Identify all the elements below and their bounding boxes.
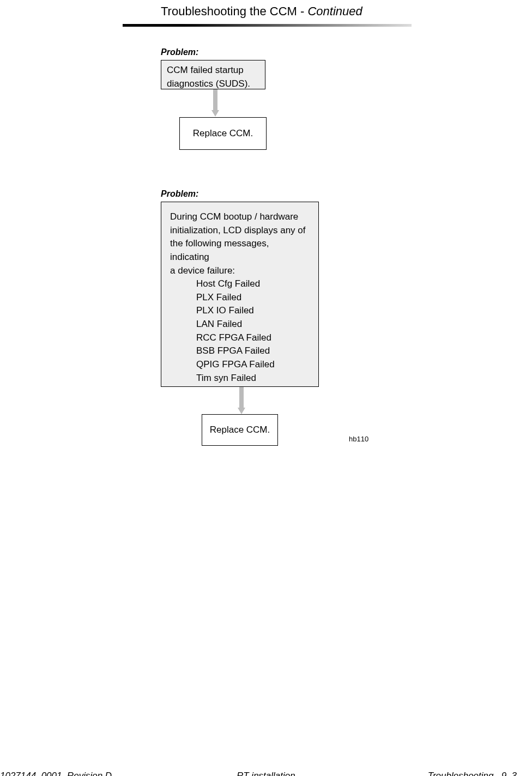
title-rule bbox=[123, 24, 412, 27]
problem2-message: PLX IO Failed bbox=[196, 304, 310, 318]
footer-right: Troubleshooting 9–3 bbox=[428, 771, 517, 776]
problem2-message: PLX Failed bbox=[196, 291, 310, 305]
problem2-intro-line1: During CCM bootup / hardware bbox=[170, 210, 310, 224]
action1-text: Replace CCM. bbox=[193, 128, 253, 139]
problem1-text-line2: diagnostics (SUDS). bbox=[167, 77, 259, 91]
problem2-message: BSB FPGA Failed bbox=[196, 344, 310, 358]
title-suffix: Continued bbox=[307, 4, 362, 18]
problem1-text-line1: CCM failed startup bbox=[167, 64, 259, 77]
problem2-intro-line2: initialization, LCD displays any of bbox=[170, 224, 310, 238]
arrow-down-icon bbox=[238, 387, 245, 415]
problem2-message-list: Host Cfg Failed PLX Failed PLX IO Failed… bbox=[170, 277, 310, 385]
svg-rect-2 bbox=[239, 387, 244, 408]
title-prefix: Troubleshooting the CCM - bbox=[161, 4, 307, 18]
problem2-intro-line3: the following messages, indicating bbox=[170, 237, 310, 264]
svg-rect-0 bbox=[213, 89, 217, 110]
problem2-message: LAN Failed bbox=[196, 318, 310, 331]
problem2-message: Tim syn Failed bbox=[196, 372, 310, 385]
problem1-box: CCM failed startup diagnostics (SUDS). bbox=[161, 60, 265, 89]
action1-box: Replace CCM. bbox=[179, 117, 267, 150]
page-title: Troubleshooting the CCM - Continued bbox=[161, 4, 362, 19]
problem2-box: During CCM bootup / hardware initializat… bbox=[161, 202, 319, 387]
svg-marker-1 bbox=[211, 110, 219, 117]
problem2-label: Problem: bbox=[161, 189, 198, 199]
action2-box: Replace CCM. bbox=[202, 414, 278, 446]
problem2-message: Host Cfg Failed bbox=[196, 277, 310, 291]
action2-text: Replace CCM. bbox=[210, 425, 270, 435]
problem2-intro-line4: a device failure: bbox=[170, 264, 310, 278]
figure-reference: hb110 bbox=[349, 435, 368, 443]
problem1-label: Problem: bbox=[161, 47, 198, 57]
svg-marker-3 bbox=[238, 408, 245, 414]
arrow-down-icon bbox=[211, 89, 219, 118]
problem2-message: RCC FPGA Failed bbox=[196, 331, 310, 345]
problem2-message: QPIG FPGA Failed bbox=[196, 358, 310, 372]
